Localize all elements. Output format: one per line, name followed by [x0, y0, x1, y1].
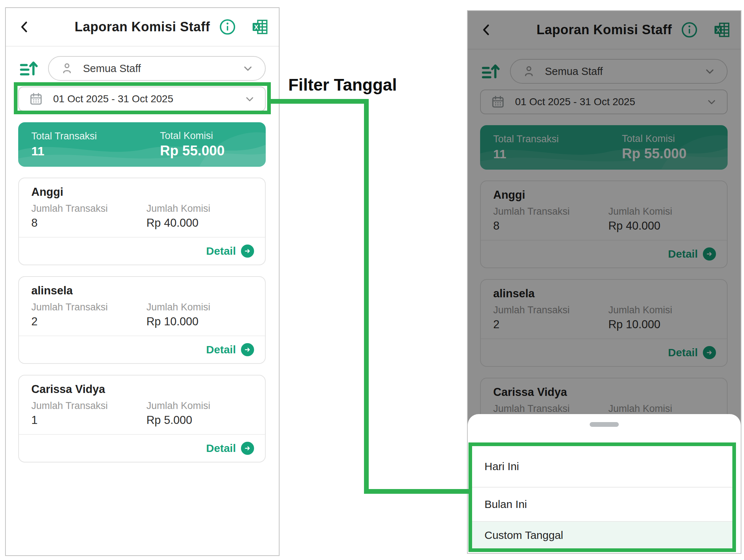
sort-ascending-icon: [19, 58, 39, 79]
staff-card-footer: Detail: [19, 336, 265, 363]
svg-text:X: X: [254, 24, 258, 31]
detail-link[interactable]: Detail: [206, 245, 254, 258]
summary-card: Total Transaksi 11 Total Komisi Rp 55.00…: [18, 122, 266, 167]
summary-commission-label: Total Komisi: [160, 130, 225, 142]
info-icon: [219, 19, 236, 35]
header-actions: X: [218, 18, 269, 36]
export-excel-button[interactable]: X: [251, 18, 269, 36]
staff-stats: Jumlah Transaksi 2 Jumlah Komisi Rp 10.0…: [31, 302, 253, 328]
summary-transactions-value: 11: [31, 144, 160, 158]
staff-card-footer: Detail: [19, 238, 265, 265]
stat-transactions-label: Jumlah Transaksi: [31, 302, 146, 313]
staff-card-body: alinsela Jumlah Transaksi 2 Jumlah Komis…: [19, 277, 265, 335]
option-bulan-ini[interactable]: Bulan Ini: [472, 488, 732, 521]
sort-button[interactable]: [18, 58, 39, 79]
filters-row: Semua Staff: [18, 56, 266, 81]
detail-label: Detail: [206, 343, 236, 356]
arrow-right-icon: [241, 442, 254, 455]
summary-transactions: Total Transaksi 11: [18, 131, 160, 158]
staff-stats: Jumlah Transaksi 8 Jumlah Komisi Rp 40.0…: [31, 203, 253, 230]
staff-stats: Jumlah Transaksi 1 Jumlah Komisi Rp 5.00…: [31, 400, 253, 427]
stat-transactions: Jumlah Transaksi 1: [31, 400, 146, 427]
stat-commission-value: Rp 40.000: [146, 217, 253, 230]
detail-link[interactable]: Detail: [206, 442, 254, 455]
stat-commission-label: Jumlah Komisi: [146, 302, 253, 313]
annotation-connector-line: [364, 99, 369, 494]
chevron-down-icon: [242, 62, 254, 75]
staff-name: Carissa Vidya: [31, 383, 253, 396]
annotation-filter-tanggal-label: Filter Tanggal: [288, 75, 397, 95]
stat-transactions-label: Jumlah Transaksi: [31, 400, 146, 412]
staff-card-footer: Detail: [19, 435, 265, 462]
annotation-connector-line: [271, 99, 369, 104]
staff-card: Anggi Jumlah Transaksi 8 Jumlah Komisi R…: [18, 178, 266, 265]
staff-name: alinsela: [31, 284, 253, 297]
stat-commission: Jumlah Komisi Rp 10.000: [146, 302, 253, 328]
info-button[interactable]: [218, 18, 237, 36]
staff-filter-dropdown[interactable]: Semua Staff: [48, 56, 266, 81]
staff-filter-value: Semua Staff: [83, 63, 141, 75]
arrow-right-icon: [241, 245, 254, 258]
date-filter-options: Hari Ini Bulan Ini Custom Tanggal: [468, 442, 736, 552]
staff-card-body: Carissa Vidya Jumlah Transaksi 1 Jumlah …: [19, 376, 265, 434]
stat-commission: Jumlah Komisi Rp 5.000: [146, 400, 253, 427]
person-icon: [60, 61, 74, 76]
stat-commission-label: Jumlah Komisi: [146, 203, 253, 214]
staff-card: alinsela Jumlah Transaksi 2 Jumlah Komis…: [18, 276, 266, 364]
staff-card-body: Anggi Jumlah Transaksi 8 Jumlah Komisi R…: [19, 178, 265, 237]
stat-commission: Jumlah Komisi Rp 40.000: [146, 203, 253, 230]
option-custom-tanggal[interactable]: Custom Tanggal: [472, 522, 732, 548]
staff-card: Carissa Vidya Jumlah Transaksi 1 Jumlah …: [18, 375, 266, 462]
stat-transactions: Jumlah Transaksi 2: [31, 302, 146, 328]
stat-transactions-value: 2: [31, 315, 146, 328]
header: Laporan Komisi Staff X: [6, 8, 279, 47]
summary-commission: Total Komisi Rp 55.000: [160, 130, 225, 159]
annotation-highlight-box: [14, 82, 271, 114]
excel-icon: X: [252, 19, 269, 35]
detail-link[interactable]: Detail: [206, 343, 254, 356]
stat-transactions-value: 8: [31, 217, 146, 230]
detail-label: Detail: [206, 245, 236, 257]
stat-transactions: Jumlah Transaksi 8: [31, 203, 146, 230]
summary-commission-value: Rp 55.000: [160, 143, 225, 159]
staff-name: Anggi: [31, 186, 253, 199]
stat-transactions-label: Jumlah Transaksi: [31, 203, 146, 214]
stat-commission-value: Rp 5.000: [146, 414, 253, 427]
summary-transactions-label: Total Transaksi: [31, 131, 160, 142]
annotation-connector-line: [364, 489, 470, 494]
option-hari-ini[interactable]: Hari Ini: [472, 446, 732, 487]
detail-label: Detail: [206, 442, 236, 454]
drag-handle[interactable]: [590, 422, 619, 427]
arrow-right-icon: [241, 343, 254, 356]
right-phone-panel: Laporan Komisi Staff X: [467, 10, 741, 554]
stat-transactions-value: 1: [31, 414, 146, 427]
stat-commission-value: Rp 10.000: [146, 315, 253, 328]
stat-commission-label: Jumlah Komisi: [146, 400, 253, 412]
